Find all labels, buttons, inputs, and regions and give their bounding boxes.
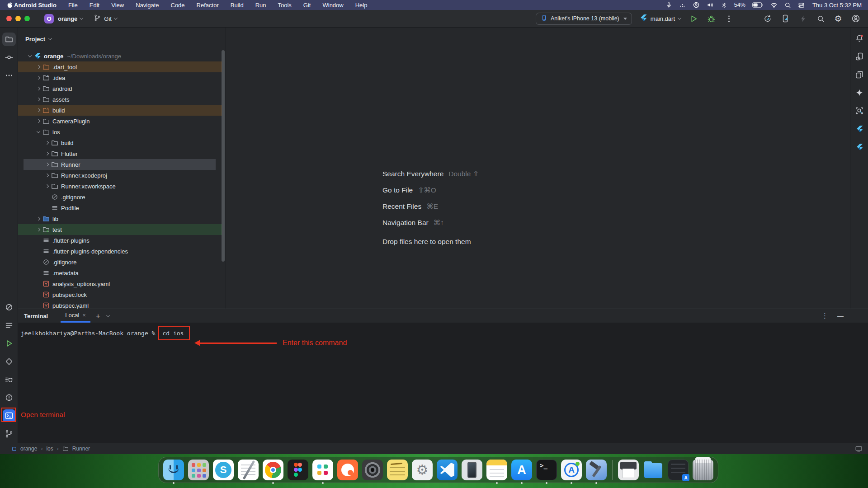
terminal-options-icon[interactable]: ⋮ bbox=[821, 312, 828, 320]
breadcrumb-item-Runner[interactable]: Runner bbox=[72, 446, 90, 452]
window-close-button[interactable] bbox=[6, 16, 12, 21]
tool-stripe-commit-icon[interactable] bbox=[0, 48, 18, 66]
tree-item-Flutter[interactable]: Flutter bbox=[18, 148, 226, 159]
control-center-icon[interactable] bbox=[798, 1, 805, 9]
menu-item-android-studio[interactable]: Android Studio bbox=[14, 2, 57, 9]
tree-item-CameraPlugin[interactable]: CameraPlugin bbox=[18, 116, 226, 127]
tree-item-orange[interactable]: orange~/Downloads/orange bbox=[18, 51, 226, 61]
flutter-hot-reload-icon[interactable] bbox=[763, 14, 773, 23]
dots-icon[interactable] bbox=[679, 1, 686, 9]
tree-item-.flutter-plugins-dependencies[interactable]: .flutter-plugins-dependencies bbox=[18, 246, 226, 257]
tool-stripe-flutter-outline-icon[interactable] bbox=[850, 120, 868, 138]
dock-icon-skype[interactable]: S bbox=[213, 460, 234, 480]
tool-stripe-todo-list-icon[interactable] bbox=[0, 316, 18, 334]
dock-icon-finder[interactable] bbox=[163, 460, 184, 480]
tree-item-android[interactable]: android bbox=[18, 83, 226, 94]
tree-item-ios[interactable]: ios bbox=[18, 127, 226, 137]
tool-stripe-version-control-icon[interactable] bbox=[0, 425, 18, 443]
more-actions-button[interactable] bbox=[724, 14, 734, 23]
tree-item-.flutter-plugins[interactable]: .flutter-plugins bbox=[18, 235, 226, 246]
profile-icon[interactable] bbox=[851, 14, 861, 23]
dock-icon-slack[interactable] bbox=[312, 460, 333, 480]
mic-icon[interactable] bbox=[665, 1, 672, 9]
tree-item-Runner.xcworkspace[interactable]: Runner.xcworkspace bbox=[18, 181, 226, 192]
chevron-right-icon[interactable] bbox=[35, 98, 42, 101]
dock-icon-xcode[interactable]: A bbox=[561, 460, 582, 480]
dock-icon-figma[interactable] bbox=[288, 460, 308, 480]
chevron-right-icon[interactable] bbox=[43, 163, 51, 166]
apple-menu-icon[interactable] bbox=[6, 1, 13, 9]
breadcrumb-item-orange[interactable]: orange bbox=[20, 446, 37, 452]
menu-item-run[interactable]: Run bbox=[255, 2, 266, 9]
dock-icon-gear[interactable]: ⚙ bbox=[412, 460, 433, 480]
menu-item-navigate[interactable]: Navigate bbox=[136, 2, 159, 9]
chevron-right-icon[interactable] bbox=[43, 185, 51, 188]
dock-icon-minwindow[interactable]: A bbox=[668, 460, 689, 480]
tool-stripe-more-icon[interactable] bbox=[0, 66, 18, 84]
dock-icon-launchpad[interactable] bbox=[188, 460, 209, 480]
menu-clock[interactable]: Thu 3 Oct 5:32 PM bbox=[812, 2, 862, 9]
dock-icon-vscode[interactable] bbox=[437, 460, 458, 480]
menu-item-help[interactable]: Help bbox=[355, 2, 368, 9]
dock-icon-xcodebeta[interactable] bbox=[586, 460, 607, 480]
dock-icon-lens[interactable] bbox=[362, 460, 383, 480]
terminal-content[interactable]: jeelkhokhariya@Parths-MacBook orange % c… bbox=[18, 323, 868, 443]
user-circle-icon[interactable] bbox=[693, 1, 700, 9]
dock-icon-notes[interactable] bbox=[486, 460, 507, 480]
settings-gear-icon[interactable]: ⚙ bbox=[833, 14, 843, 23]
terminal-tab-local[interactable]: Local × bbox=[61, 309, 90, 323]
tool-stripe-app-inspection-icon[interactable] bbox=[850, 102, 868, 120]
dock-icon-printer[interactable] bbox=[618, 460, 639, 480]
menu-item-refactor[interactable]: Refactor bbox=[197, 2, 219, 9]
chevron-right-icon[interactable] bbox=[35, 217, 42, 220]
tree-item-Runner[interactable]: Runner bbox=[18, 159, 226, 170]
menu-item-edit[interactable]: Edit bbox=[90, 2, 99, 9]
tree-item-Runner.xcodeproj[interactable]: Runner.xcodeproj bbox=[18, 170, 226, 181]
run-button[interactable] bbox=[689, 14, 698, 23]
tool-stripe-problems-icon[interactable] bbox=[0, 389, 18, 407]
tree-item-analysis_options.yaml[interactable]: analysis_options.yaml bbox=[18, 278, 226, 289]
chevron-down-icon[interactable] bbox=[35, 131, 42, 133]
tool-stripe-gemini-assistant-icon[interactable] bbox=[850, 84, 868, 102]
project-panel-header[interactable]: Project bbox=[18, 28, 226, 50]
chevron-right-icon[interactable] bbox=[43, 174, 51, 177]
menu-item-tools[interactable]: Tools bbox=[278, 2, 292, 9]
breadcrumb-item-ios[interactable]: ios bbox=[46, 446, 53, 452]
tree-item-pubspec.lock[interactable]: pubspec.lock bbox=[18, 289, 226, 300]
run-configuration-selector[interactable]: main.dart bbox=[640, 14, 681, 23]
dock-icon-stickies[interactable] bbox=[387, 460, 408, 480]
menu-item-window[interactable]: Window bbox=[322, 2, 343, 9]
menu-item-code[interactable]: Code bbox=[171, 2, 185, 9]
menu-item-build[interactable]: Build bbox=[231, 2, 244, 9]
vcs-branch-widget[interactable]: Git bbox=[94, 14, 117, 23]
tree-item-assets[interactable]: assets bbox=[18, 94, 226, 105]
tree-item-Podfile[interactable]: Podfile bbox=[18, 202, 226, 213]
window-minimize-button[interactable] bbox=[15, 16, 21, 21]
window-zoom-button[interactable] bbox=[24, 16, 30, 21]
dock-icon-textedit[interactable] bbox=[238, 460, 259, 480]
spotlight-icon[interactable] bbox=[784, 1, 791, 9]
chevron-right-icon[interactable] bbox=[35, 120, 42, 122]
tool-stripe-device-manager-icon[interactable] bbox=[850, 47, 868, 66]
menu-item-view[interactable]: View bbox=[111, 2, 124, 9]
bluetooth-icon[interactable] bbox=[721, 1, 727, 9]
tree-item-pubspec.yaml[interactable]: pubspec.yaml bbox=[18, 300, 226, 309]
chevron-right-icon[interactable] bbox=[35, 76, 42, 79]
chevron-down-icon[interactable] bbox=[26, 55, 33, 57]
tool-stripe-flutter-performance-icon[interactable] bbox=[850, 138, 868, 156]
scrollbar-thumb[interactable] bbox=[222, 50, 225, 262]
dock-icon-postman[interactable] bbox=[337, 460, 358, 480]
dock-icon-appstore[interactable]: A bbox=[511, 460, 532, 480]
dock-icon-simulator[interactable] bbox=[462, 460, 482, 480]
tree-item-test[interactable]: test bbox=[18, 224, 226, 235]
menu-item-git[interactable]: Git bbox=[303, 2, 311, 9]
device-selector[interactable]: Aniket's iPhone 13 (mobile) bbox=[536, 13, 632, 25]
tool-stripe-logcat-icon[interactable] bbox=[0, 371, 18, 389]
wifi-icon[interactable] bbox=[770, 1, 778, 9]
flutter-device-icon[interactable] bbox=[780, 14, 790, 23]
volume-icon[interactable] bbox=[707, 1, 714, 9]
dock-icon-downloads[interactable] bbox=[643, 460, 664, 480]
chevron-right-icon[interactable] bbox=[43, 152, 51, 155]
chevron-right-icon[interactable] bbox=[35, 228, 42, 231]
terminal-dropdown-button[interactable] bbox=[107, 314, 109, 317]
